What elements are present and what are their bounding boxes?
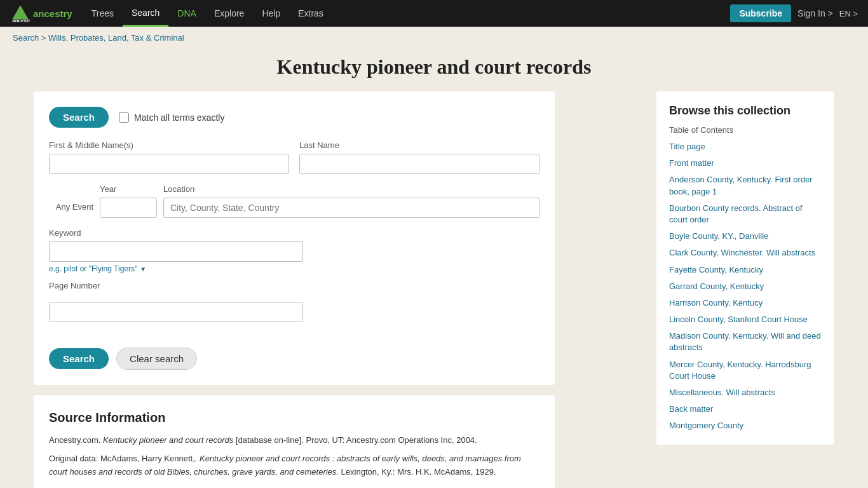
- toc-link-12[interactable]: Miscellaneous. Will abstracts: [669, 388, 775, 397]
- nav-dna[interactable]: DNA: [168, 0, 205, 27]
- year-label: Year: [100, 184, 157, 194]
- breadcrumb: Search > Wills, Probates, Land, Tax & Cr…: [0, 27, 868, 49]
- match-exact-checkbox[interactable]: [119, 112, 129, 123]
- source-info-text1: Ancestry.com. Kentucky pioneer and court…: [49, 434, 539, 447]
- language-selector[interactable]: EN >: [839, 9, 858, 18]
- location-group: Location: [163, 184, 539, 218]
- toc-link-10[interactable]: Madison County, Kentucky. Will and deed …: [669, 331, 821, 352]
- subscribe-button[interactable]: Subscribe: [730, 4, 791, 22]
- first-name-input[interactable]: [49, 154, 289, 174]
- keyword-group: Keyword e.g. pilot or "Flying Tigers" ▼: [49, 228, 539, 273]
- sign-in-link[interactable]: Sign In >: [797, 8, 833, 18]
- source-info-heading: Source Information: [49, 410, 539, 425]
- breadcrumb-separator: >: [41, 33, 48, 43]
- toc-item-0: Title page: [669, 141, 822, 152]
- toc-item-14: Montgomery County: [669, 420, 822, 431]
- year-input[interactable]: [100, 198, 157, 218]
- first-name-group: First & Middle Name(s): [49, 140, 289, 174]
- toc-link-4[interactable]: Boyle County, KY., Danville: [669, 231, 768, 241]
- last-name-label: Last Name: [299, 140, 539, 150]
- nav-trees[interactable]: Trees: [83, 0, 123, 27]
- nav-right: Subscribe Sign In > EN >: [730, 4, 858, 22]
- year-group: Year: [100, 184, 157, 218]
- toc-item-4: Boyle County, KY., Danville: [669, 231, 822, 242]
- toc-item-13: Back matter: [669, 403, 822, 415]
- breadcrumb-search-link[interactable]: Search: [13, 33, 39, 43]
- clear-search-button[interactable]: Clear search: [116, 348, 197, 370]
- sidebar-heading: Browse this collection: [669, 104, 822, 118]
- logo[interactable]: ancestry ancestry: [10, 3, 72, 24]
- toc-item-10: Madison County, Kentucky. Will and deed …: [669, 330, 822, 353]
- toc-link-8[interactable]: Harrison County, Kentucy: [669, 298, 763, 308]
- toc-item-5: Clark County, Winchester. Will abstracts: [669, 247, 822, 259]
- toc-link-5[interactable]: Clark County, Winchester. Will abstracts: [669, 248, 815, 257]
- toc-item-11: Mercer County, Kentucky. Harrodsburg Cou…: [669, 359, 822, 382]
- logo-text: ancestry: [33, 8, 72, 19]
- toc-link-11[interactable]: Mercer County, Kentucky. Harrodsburg Cou…: [669, 360, 811, 381]
- sidebar: Browse this collection Table of Contents…: [656, 92, 834, 445]
- toc-item-8: Harrison County, Kentucy: [669, 297, 822, 309]
- source-info-panel: Source Information Ancestry.com. Kentuck…: [34, 395, 555, 488]
- main-layout: Search Match all terms exactly First & M…: [21, 92, 847, 488]
- svg-text:ancestry: ancestry: [12, 18, 31, 24]
- toc-item-2: Anderson County, Kentucky. First order b…: [669, 174, 822, 197]
- first-name-label: First & Middle Name(s): [49, 140, 289, 150]
- toc-list: Title page Front matter Anderson County,…: [669, 141, 822, 432]
- toc-item-3: Bourbon County records. Abstract of cour…: [669, 203, 822, 226]
- bottom-buttons: Search Clear search: [49, 348, 539, 370]
- any-event-label: Any Event: [49, 184, 93, 212]
- nav-extras[interactable]: Extras: [289, 0, 332, 27]
- page-number-group: Page Number: [49, 281, 539, 335]
- toc-link-0[interactable]: Title page: [669, 142, 705, 151]
- keyword-hint-text: e.g. pilot or "Flying Tigers": [49, 264, 137, 273]
- toc-item-7: Garrard County, Kentucky: [669, 281, 822, 292]
- source-info-text2: Original data: McAdams, Harry Kennett,. …: [49, 452, 539, 479]
- breadcrumb-parent-link[interactable]: Wills, Probates, Land, Tax & Criminal: [48, 33, 184, 43]
- match-exact-label: Match all terms exactly: [134, 112, 224, 123]
- toc-link-6[interactable]: Fayette County, Kentucky: [669, 265, 763, 274]
- name-fields-row: First & Middle Name(s) Last Name: [49, 140, 539, 174]
- keyword-hint[interactable]: e.g. pilot or "Flying Tigers" ▼: [49, 264, 539, 273]
- search-button-top[interactable]: Search: [49, 107, 109, 128]
- keyword-label: Keyword: [49, 228, 539, 238]
- toc-link-14[interactable]: Montgomery County: [669, 421, 743, 430]
- last-name-group: Last Name: [299, 140, 539, 174]
- toc-link-9[interactable]: Lincoln County, Stanford Court House: [669, 315, 808, 324]
- nav-links: Trees Search DNA Explore Help Extras: [83, 0, 728, 27]
- page-number-label: Page Number: [49, 281, 539, 290]
- nav-help[interactable]: Help: [253, 0, 289, 27]
- toc-link-13[interactable]: Back matter: [669, 404, 713, 414]
- toc-item-1: Front matter: [669, 158, 822, 169]
- toc-label: Table of Contents: [669, 125, 822, 135]
- nav-explore[interactable]: Explore: [205, 0, 253, 27]
- location-label: Location: [163, 184, 539, 194]
- page-number-input[interactable]: [49, 302, 303, 322]
- nav-search[interactable]: Search: [123, 0, 168, 27]
- toc-link-7[interactable]: Garrard County, Kentucky: [669, 281, 764, 291]
- top-navigation: ancestry ancestry Trees Search DNA Explo…: [0, 0, 868, 27]
- toc-link-3[interactable]: Bourbon County records. Abstract of cour…: [669, 203, 803, 224]
- chevron-down-icon: ▼: [140, 266, 146, 273]
- toc-item-9: Lincoln County, Stanford Court House: [669, 314, 822, 325]
- search-panel: Search Match all terms exactly First & M…: [34, 92, 555, 385]
- toc-link-1[interactable]: Front matter: [669, 158, 714, 168]
- toc-link-2[interactable]: Anderson County, Kentucky. First order b…: [669, 175, 813, 196]
- search-button-bottom[interactable]: Search: [49, 348, 109, 369]
- search-top-row: Search Match all terms exactly: [49, 107, 539, 128]
- keyword-input[interactable]: [49, 241, 303, 262]
- toc-item-12: Miscellaneous. Will abstracts: [669, 387, 822, 398]
- page-title: Kentucky pioneer and court records: [0, 49, 868, 92]
- location-input[interactable]: [163, 198, 539, 218]
- event-fields: Year Location: [100, 184, 539, 218]
- any-event-row: Any Event Year Location: [49, 184, 539, 218]
- last-name-input[interactable]: [299, 154, 539, 174]
- match-exact-row: Match all terms exactly: [119, 112, 224, 123]
- toc-item-6: Fayette County, Kentucky: [669, 264, 822, 276]
- left-content: Search Match all terms exactly First & M…: [34, 92, 644, 488]
